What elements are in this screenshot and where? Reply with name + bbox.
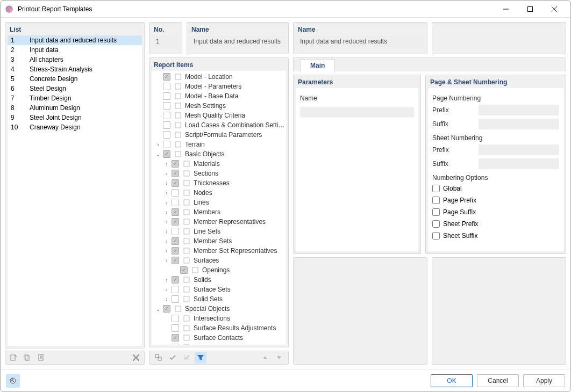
template-list-row[interactable]: 1Input data and reduced results (8, 35, 142, 45)
chevron-right-icon[interactable]: › (163, 238, 170, 244)
opt-global-checkbox[interactable] (432, 185, 440, 192)
tree-checkbox[interactable] (172, 344, 179, 345)
close-button[interactable] (542, 2, 566, 17)
tree-checkbox[interactable] (172, 228, 179, 235)
new-template-button[interactable] (8, 352, 19, 364)
tree-checkbox[interactable] (172, 237, 179, 245)
chevron-right-icon[interactable]: › (163, 277, 170, 283)
tree-checkbox[interactable] (172, 199, 179, 206)
template-list-row[interactable]: 8Aluminum Design (8, 103, 142, 113)
copy-template-button[interactable] (35, 352, 47, 364)
tree-node[interactable]: Mesh Quality Criteria (152, 111, 286, 120)
tree-checkbox[interactable] (172, 170, 179, 177)
tree-checkbox[interactable] (163, 305, 170, 313)
tree-checkbox[interactable] (172, 334, 179, 342)
check-all-button[interactable] (167, 352, 179, 364)
tree-node[interactable]: Rigid Links (152, 343, 286, 345)
tree-node[interactable]: Model - Location (152, 72, 286, 82)
tree-checkbox[interactable] (163, 102, 170, 110)
tree-node[interactable]: Script/Formula Parameters (152, 130, 286, 140)
tree-node[interactable]: ›Lines (152, 198, 286, 207)
tree-node[interactable]: Model - Base Data (152, 91, 286, 101)
page-suffix-input[interactable] (479, 119, 559, 129)
tree-checkbox[interactable] (163, 121, 170, 129)
tree-checkbox[interactable] (163, 83, 170, 90)
no-field[interactable]: 1 (153, 35, 179, 47)
opt-page-suffix-checkbox[interactable] (432, 208, 440, 216)
tree-node[interactable]: ›Line Sets (152, 227, 286, 236)
cancel-button[interactable]: Cancel (477, 374, 519, 387)
tree-checkbox[interactable] (163, 92, 170, 100)
tree-checkbox[interactable] (172, 257, 179, 264)
tree-checkbox[interactable] (163, 73, 170, 81)
tree-node[interactable]: ›Member Set Representatives (152, 246, 286, 256)
tree-checkbox[interactable] (163, 131, 170, 139)
tree-node[interactable]: ›Solid Sets (152, 294, 286, 304)
tree-node[interactable]: Mesh Settings (152, 101, 286, 111)
template-list-row[interactable]: 5Concrete Design (8, 74, 142, 84)
template-list-row[interactable]: 2Input data (8, 45, 142, 55)
chevron-right-icon[interactable]: › (163, 219, 170, 225)
filter-button[interactable] (195, 352, 206, 364)
tree-node[interactable]: Load Cases & Combination Settings (152, 120, 286, 130)
tree-checkbox[interactable] (172, 218, 179, 226)
opt-page-prefix-checkbox[interactable] (432, 197, 440, 204)
chevron-right-icon[interactable]: › (163, 258, 170, 264)
tree-checkbox[interactable] (172, 295, 179, 303)
move-down-button[interactable] (273, 352, 285, 364)
param-name-input[interactable] (300, 107, 414, 118)
tree-checkbox[interactable] (172, 208, 179, 216)
tree-checkbox[interactable] (163, 112, 170, 119)
tree-node[interactable]: Surface Contacts (152, 333, 286, 343)
chevron-right-icon[interactable]: › (163, 296, 170, 302)
chevron-right-icon[interactable]: › (163, 161, 170, 167)
tree-checkbox[interactable] (163, 150, 170, 158)
tree-checkbox[interactable] (172, 324, 179, 332)
tree-checkbox[interactable] (172, 247, 179, 255)
sheet-suffix-input[interactable] (479, 158, 559, 169)
tree-node[interactable]: ›Nodes (152, 188, 286, 198)
template-list-row[interactable]: 6Steel Design (8, 84, 142, 93)
chevron-down-icon[interactable]: ⌄ (155, 151, 161, 157)
opt-sheet-prefix-checkbox[interactable] (432, 220, 440, 228)
ok-button[interactable]: OK (431, 374, 473, 387)
tree-node[interactable]: ›Terrain (152, 140, 286, 149)
tree-node[interactable]: ⌄Basic Objects (152, 149, 286, 159)
tree-node[interactable]: ›Solids (152, 275, 286, 285)
select-all-button[interactable] (153, 352, 165, 364)
opt-sheet-suffix-checkbox[interactable] (432, 232, 440, 239)
tree-node[interactable]: Model - Parameters (152, 82, 286, 91)
chevron-right-icon[interactable]: › (163, 287, 170, 293)
tree-checkbox[interactable] (180, 266, 188, 274)
duplicate-template-button[interactable] (22, 352, 33, 364)
apply-button[interactable]: Apply (523, 374, 565, 387)
tree-checkbox[interactable] (172, 286, 179, 293)
help-button[interactable] (6, 374, 20, 388)
chevron-right-icon[interactable]: › (163, 180, 170, 186)
template-list-row[interactable]: 3All chapters (8, 55, 142, 64)
tree-checkbox[interactable] (172, 189, 179, 197)
tree-node[interactable]: ›Member Representatives (152, 217, 286, 227)
tree-checkbox[interactable] (172, 179, 179, 187)
chevron-right-icon[interactable]: › (155, 142, 161, 148)
tree-node[interactable]: ›Materials (152, 159, 286, 169)
chevron-down-icon[interactable]: ⌄ (155, 306, 161, 312)
chevron-right-icon[interactable]: › (163, 248, 170, 254)
tree-node[interactable]: ›Surface Sets (152, 285, 286, 294)
move-up-button[interactable] (259, 352, 271, 364)
delete-template-button[interactable] (130, 352, 142, 364)
tree-node[interactable]: ›Sections (152, 169, 286, 178)
chevron-right-icon[interactable]: › (163, 190, 170, 196)
tree-checkbox[interactable] (172, 315, 179, 322)
tree-node[interactable]: ›Members (152, 207, 286, 217)
chevron-right-icon[interactable]: › (163, 171, 170, 177)
tree-node[interactable]: ›Member Sets (152, 236, 286, 246)
name-field-right[interactable]: Input data and reduced results (297, 35, 424, 47)
tree-node[interactable]: Surface Results Adjustments (152, 323, 286, 333)
tab-main[interactable]: Main (300, 59, 335, 72)
name-field[interactable]: Input data and reduced results (190, 35, 285, 47)
template-list-row[interactable]: 7Timber Design (8, 93, 142, 103)
sheet-prefix-input[interactable] (479, 144, 559, 155)
tree-node[interactable]: ›Thicknesses (152, 178, 286, 188)
tree-checkbox[interactable] (172, 276, 179, 284)
